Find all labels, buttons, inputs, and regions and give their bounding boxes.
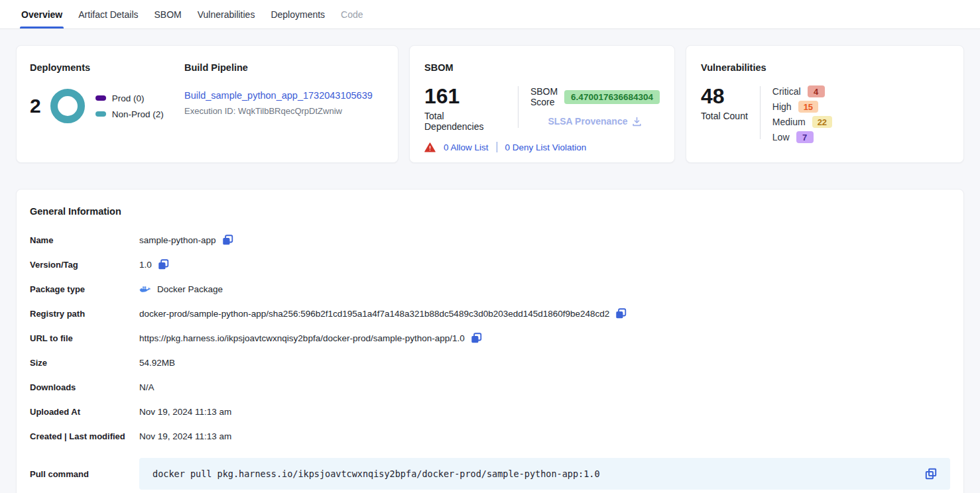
- sbom-score-badge: 6.470017636684304: [564, 90, 660, 104]
- tab-sbom[interactable]: SBOM: [154, 0, 182, 28]
- sbom-title: SBOM: [424, 62, 660, 73]
- info-label: Created | Last modified: [30, 431, 139, 441]
- sbom-totals: 161 Total Dependencies: [424, 85, 506, 132]
- info-label: URL to file: [30, 333, 139, 343]
- uploaded-at-value: Nov 19, 2024 11:13 am: [139, 407, 231, 417]
- deployments-total-count: 2: [30, 95, 41, 117]
- allow-list-link[interactable]: 0 Allow List: [444, 142, 489, 152]
- sbom-total-label: Total Dependencies: [424, 111, 506, 132]
- links-divider: [497, 142, 497, 152]
- legend-item-nonprod: Non-Prod (2): [95, 109, 164, 119]
- tab-bar: Overview Artifact Details SBOM Vulnerabi…: [0, 0, 980, 29]
- sbom-divider: [518, 86, 519, 128]
- severity-label: Critical: [772, 86, 801, 97]
- sbom-score-label: SBOM Score: [530, 86, 558, 107]
- tab-artifact-details[interactable]: Artifact Details: [78, 0, 138, 28]
- tab-deployments[interactable]: Deployments: [271, 0, 325, 28]
- severity-label: High: [772, 101, 792, 112]
- severity-row-critical: Critical 4: [772, 85, 832, 97]
- execution-id: Execution ID: WqkTilbBRqecQrpDtZwniw: [184, 106, 385, 116]
- severity-count-badge: 15: [798, 101, 818, 113]
- deployments-title: Deployments: [30, 62, 184, 73]
- pull-command-text: docker pull pkg.harness.io/ikpsjoavtcwxn…: [153, 468, 600, 479]
- docker-whale-icon: [139, 285, 151, 294]
- build-pipeline-title: Build Pipeline: [184, 62, 385, 73]
- sbom-policy-links: 0 Allow List 0 Deny List Violation: [424, 142, 660, 152]
- deployments-section: Deployments 2 Prod (0) Non-Prod (2): [30, 62, 184, 146]
- page-content: Deployments 2 Prod (0) Non-Prod (2): [0, 29, 980, 493]
- registry-path-value: docker-prod/sample-python-app/sha256:596…: [139, 309, 609, 319]
- severity-list: Critical 4 High 15 Medium 22 Low 7: [772, 85, 832, 143]
- info-label: Downloads: [30, 382, 139, 392]
- info-label: Size: [30, 358, 139, 368]
- nonprod-label: Non-Prod (2): [112, 109, 164, 119]
- vulnerabilities-total-count: 48: [701, 85, 748, 108]
- copy-icon[interactable]: [615, 308, 627, 319]
- vulnerabilities-total-label: Total Count: [701, 111, 748, 121]
- info-label: Registry path: [30, 309, 139, 319]
- sbom-card: SBOM 161 Total Dependencies SBOM Score 6…: [409, 45, 675, 163]
- deployments-legend: Prod (0) Non-Prod (2): [95, 93, 164, 119]
- downloads-value: N/A: [139, 382, 154, 392]
- vulnerabilities-totals: 48 Total Count: [701, 85, 748, 143]
- pull-command-block: docker pull pkg.harness.io/ikpsjoavtcwxn…: [139, 458, 950, 490]
- sbom-score-row: SBOM Score 6.470017636684304: [530, 86, 660, 107]
- deny-list-violation-link[interactable]: 0 Deny List Violation: [505, 142, 587, 152]
- deployments-card: Deployments 2 Prod (0) Non-Prod (2): [16, 45, 398, 163]
- info-row-pull-command: Pull command docker pull pkg.harness.io/…: [30, 458, 950, 490]
- info-row-size: Size 54.92MB: [30, 356, 950, 370]
- severity-row-medium: Medium 22: [772, 116, 832, 128]
- info-label: Pull command: [30, 469, 139, 479]
- info-label: Uploaded At: [30, 407, 139, 417]
- pipeline-link[interactable]: Build_sample_python_app_1732043105639: [184, 90, 373, 101]
- vulnerabilities-card: Vulnerabilities 48 Total Count Critical …: [686, 45, 964, 163]
- version-tag-value: 1.0: [139, 260, 152, 270]
- severity-count-badge: 7: [796, 131, 814, 143]
- info-row-name: Name sample-python-app: [30, 233, 950, 247]
- sbom-total-count: 161: [424, 85, 506, 108]
- tab-overview[interactable]: Overview: [21, 0, 62, 28]
- prod-label: Prod (0): [112, 93, 145, 103]
- info-row-package-type: Package type Docker Package: [30, 282, 950, 296]
- severity-label: Medium: [772, 117, 806, 127]
- vulnerabilities-divider: [760, 86, 761, 139]
- severity-row-low: Low 7: [772, 131, 832, 143]
- info-row-registry-path: Registry path docker-prod/sample-python-…: [30, 307, 950, 321]
- info-row-version: Version/Tag 1.0: [30, 258, 950, 272]
- url-to-file-value: https://pkg.harness.io/ikpsjoavtcwxnqisy…: [139, 333, 465, 343]
- info-row-url: URL to file https://pkg.harness.io/ikpsj…: [30, 331, 950, 345]
- legend-item-prod: Prod (0): [95, 93, 164, 103]
- sbom-score-section: SBOM Score 6.470017636684304 SLSA Proven…: [530, 85, 660, 132]
- created-modified-value: Nov 19, 2024 11:13 am: [139, 431, 231, 441]
- build-pipeline-section: Build Pipeline Build_sample_python_app_1…: [184, 62, 385, 146]
- severity-count-badge: 4: [808, 85, 825, 97]
- slsa-provenance-button[interactable]: SLSA Provenance: [530, 116, 660, 127]
- copy-icon[interactable]: [158, 259, 169, 270]
- info-row-created-modified: Created | Last modified Nov 19, 2024 11:…: [30, 429, 950, 443]
- severity-count-badge: 22: [812, 116, 832, 128]
- severity-row-high: High 15: [772, 101, 832, 113]
- sbom-body: 161 Total Dependencies SBOM Score 6.4700…: [424, 85, 660, 132]
- download-icon: [632, 117, 642, 127]
- info-label: Package type: [30, 284, 139, 294]
- nonprod-swatch: [95, 111, 106, 117]
- deployments-body: 2 Prod (0) Non-Prod (2): [30, 89, 184, 123]
- info-row-downloads: Downloads N/A: [30, 380, 950, 394]
- artifact-name-value: sample-python-app: [139, 235, 216, 245]
- size-value: 54.92MB: [139, 358, 175, 368]
- tab-vulnerabilities[interactable]: Vulnerabilities: [198, 0, 255, 28]
- prod-swatch: [95, 95, 106, 101]
- copy-icon[interactable]: [222, 235, 233, 246]
- vulnerabilities-body: 48 Total Count Critical 4 High 15 Medium: [701, 85, 949, 143]
- slsa-provenance-label: SLSA Provenance: [548, 116, 627, 127]
- info-label: Version/Tag: [30, 260, 139, 270]
- general-information-title: General Information: [30, 206, 950, 217]
- summary-cards-row: Deployments 2 Prod (0) Non-Prod (2): [16, 45, 964, 163]
- warning-triangle-icon: [424, 142, 436, 152]
- deployments-donut-chart: [50, 89, 85, 123]
- severity-label: Low: [772, 132, 790, 142]
- general-information-card: General Information Name sample-python-a…: [16, 189, 964, 493]
- copy-icon[interactable]: [471, 333, 482, 344]
- package-type-value: Docker Package: [157, 284, 223, 294]
- copy-outline-icon[interactable]: [925, 468, 937, 480]
